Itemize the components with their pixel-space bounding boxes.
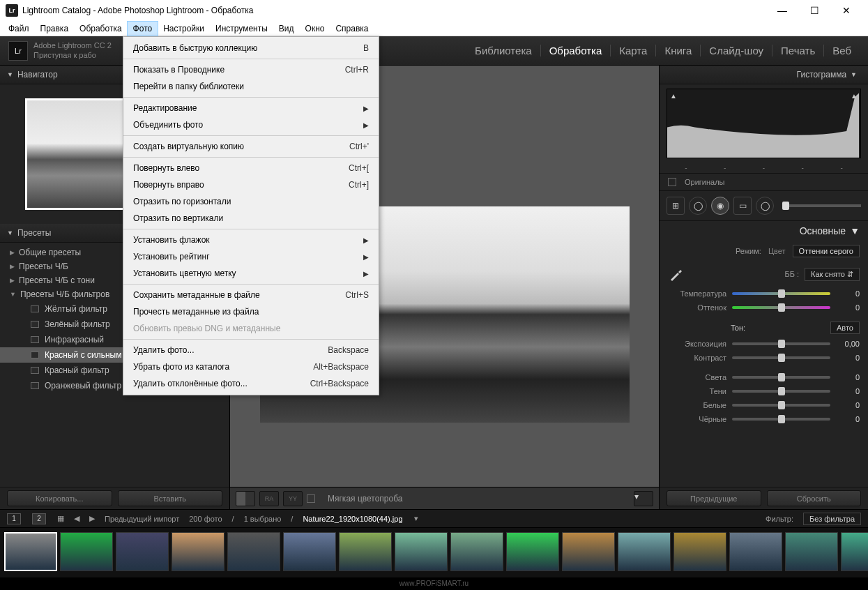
menu-item[interactable]: Прочесть метаданные из файла [123,303,379,320]
slider-Тени[interactable]: Тени0 [660,384,868,398]
module-2[interactable]: Карта [610,45,655,56]
copy-button[interactable]: Копировать... [7,490,112,506]
menu-item[interactable]: Повернуть вправоCtrl+] [123,176,379,193]
menu-item[interactable]: Установить цветную метку▶ [123,265,379,282]
back-icon[interactable]: ◀ [74,514,79,523]
filmstrip-thumb[interactable] [116,532,169,571]
treatment-color[interactable]: Цвет [768,247,786,255]
menu-item[interactable]: Перейти в папку библиотеки [123,78,379,95]
menu-item[interactable]: Убрать фото из каталогаAlt+Backspace [123,358,379,375]
compare-button[interactable]: YY [283,491,303,506]
menu-окно[interactable]: Окно [300,22,330,36]
paste-button[interactable]: Вставить [118,490,223,506]
gradient-tool[interactable]: ▭ [733,197,752,215]
auto-tone-button[interactable]: Авто [830,322,860,334]
primary-display-button[interactable]: 1 [7,513,21,524]
filmstrip-thumb[interactable] [283,532,336,571]
slider-Температура[interactable]: Температура0 [660,287,868,301]
module-5[interactable]: Печать [772,45,823,56]
menu-правка[interactable]: Правка [35,22,75,36]
module-4[interactable]: Слайд-шоу [700,45,772,56]
radial-tool[interactable]: ◯ [756,197,774,215]
treatment-label: Режим: [736,247,761,255]
menu-файл[interactable]: Файл [3,22,35,36]
menu-справка[interactable]: Справка [330,22,374,36]
module-1[interactable]: Обработка [540,45,611,56]
source-label[interactable]: Предыдущий импорт [105,515,179,523]
loupe-view-button[interactable] [236,491,255,506]
forward-icon[interactable]: ▶ [89,514,95,523]
spot-tool[interactable]: ◯ [689,197,707,215]
filmstrip-thumb[interactable] [60,532,113,571]
menu-item[interactable]: Объединить фото▶ [123,116,379,133]
menu-фото[interactable]: Фото [128,22,158,36]
filmstrip-thumb[interactable] [4,532,57,571]
menu-настройки[interactable]: Настройки [158,22,210,36]
filename[interactable]: Nature22_1920x1080(44).jpg [303,515,402,523]
close-button[interactable]: ✕ [830,0,862,21]
menu-item[interactable]: Добавить в быструю коллекциюB [123,40,379,56]
filmstrip-thumb[interactable] [562,532,615,571]
filmstrip-thumb[interactable] [673,532,726,571]
histogram[interactable]: ▲ ▲ [667,89,861,158]
slider-Чёрные[interactable]: Чёрные0 [660,412,868,426]
right-panel: Гистограмма ▼ ▲ ▲ ----- Оригиналы ⊞ ◯ ◉ … [659,66,868,509]
slider-Света[interactable]: Света0 [660,370,868,384]
reset-button[interactable]: Сбросить [767,490,862,506]
menu-item[interactable]: Установить флажок▶ [123,232,379,248]
slider-Белые[interactable]: Белые0 [660,398,868,412]
before-after-button[interactable]: RA [259,491,279,506]
filmstrip-thumb[interactable] [506,532,559,571]
originals-row[interactable]: Оригиналы [660,173,868,190]
originals-checkbox[interactable] [668,178,676,186]
menu-вид[interactable]: Вид [273,22,300,36]
menu-item[interactable]: Показать в ПроводникеCtrl+R [123,61,379,78]
module-6[interactable]: Веб [823,45,860,56]
dropper-icon[interactable] [668,266,685,282]
redeye-tool[interactable]: ◉ [711,197,729,215]
menu-item[interactable]: Отразить по горизонтали [123,193,379,210]
menu-item[interactable]: Сохранить метаданные в файлеCtrl+S [123,287,379,303]
tool-slider[interactable] [782,204,861,207]
wb-label: ББ : [784,270,799,278]
maximize-button[interactable]: ☐ [798,0,830,21]
wb-select[interactable]: Как снято ⇵ [805,268,860,281]
filmstrip-thumb[interactable] [841,532,868,571]
toolbar-menu-button[interactable]: ▾ [634,491,653,506]
filter-select[interactable]: Без фильтра [803,513,861,525]
filmstrip-thumb[interactable] [172,532,224,571]
previous-button[interactable]: Предыдущие [667,490,761,506]
secondary-display-button[interactable]: 2 [32,513,46,524]
treatment-gray[interactable]: Оттенки серого [793,245,860,257]
filmstrip-thumb[interactable] [450,532,503,571]
slider-Экспозиция[interactable]: Экспозиция0,00 [660,337,868,351]
window-title: Lightroom Catalog - Adobe Photoshop Ligh… [22,6,766,15]
menu-item[interactable]: Удалить отклонённые фото...Ctrl+Backspac… [123,375,379,392]
filmstrip-thumb[interactable] [618,532,671,571]
slider-Контраст[interactable]: Контраст0 [660,351,868,365]
menu-item[interactable]: Удалить фото...Backspace [123,342,379,358]
module-3[interactable]: Книга [655,45,700,56]
filmstrip-thumb[interactable] [339,532,392,571]
minimize-button[interactable]: — [766,0,798,21]
crop-tool[interactable]: ⊞ [667,197,685,215]
menu-item[interactable]: Редактирование▶ [123,100,379,116]
basic-header[interactable]: Основные▼ [660,221,868,241]
softproof-checkbox[interactable] [307,494,315,503]
filmstrip-thumb[interactable] [227,532,280,571]
menu-item[interactable]: Отразить по вертикали [123,210,379,227]
slider-Оттенок[interactable]: Оттенок0 [660,301,868,315]
histogram-header[interactable]: Гистограмма ▼ [660,66,868,84]
filmstrip-thumb[interactable] [729,532,782,571]
grid-icon[interactable]: ▦ [57,514,64,523]
menu-item[interactable]: Повернуть влевоCtrl+[ [123,160,379,176]
filmstrip-thumb[interactable] [785,532,838,571]
menu-item[interactable]: Создать виртуальную копиюCtrl+' [123,138,379,155]
module-0[interactable]: Библиотека [466,45,540,56]
menu-item[interactable]: Установить рейтинг▶ [123,248,379,265]
brand-text: Adobe Lightroom CC 2 Приступая к рабо [33,41,112,59]
menu-обработка[interactable]: Обработка [74,22,128,36]
filmstrip[interactable] [0,527,868,577]
filmstrip-thumb[interactable] [395,532,448,571]
menu-инструменты[interactable]: Инструменты [210,22,273,36]
